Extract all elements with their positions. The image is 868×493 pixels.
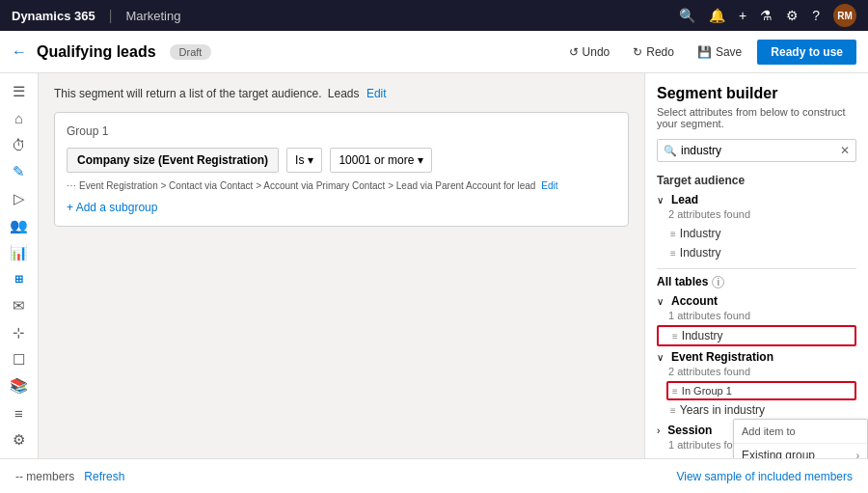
main-container: ☰ ⌂ ⏱ ✎ ▷ 👥 📊 ⊞ ✉ ⊹ ☐ 📚 ≡ ⚙ This segment… — [0, 73, 868, 458]
module-label: Marketing — [125, 9, 180, 23]
chevron-down-icon: ▾ — [418, 153, 423, 167]
years-in-industry-item[interactable]: ≡ Years in industry — [657, 400, 856, 420]
view-sample-link[interactable]: View sample of included members — [676, 470, 853, 483]
popup-title: Add item to — [734, 420, 867, 444]
sidebar-link-icon[interactable]: ⊹ — [4, 322, 35, 343]
sidebar-key-icon[interactable]: ⚙ — [4, 429, 35, 451]
ready-to-use-button[interactable]: Ready to use — [757, 40, 856, 65]
redo-icon: ↻ — [633, 45, 642, 59]
attr-icon: ≡ — [672, 386, 678, 397]
add-subgroup-button[interactable]: + Add a subgroup — [67, 201, 616, 214]
sidebar-home-icon[interactable]: ⌂ — [4, 108, 35, 129]
chevron-right-icon: › — [856, 451, 859, 459]
sidebar-menu-icon[interactable]: ☰ — [4, 81, 35, 102]
context-popup: Add item to Existing group › New subgrou… — [733, 419, 868, 458]
members-count: -- members — [15, 470, 74, 483]
account-found-text: 1 attributes found — [668, 310, 856, 321]
group-box: Group 1 Company size (Event Registration… — [54, 112, 629, 227]
all-tables-label: All tables — [657, 275, 708, 288]
sidebar-contacts-icon[interactable]: 👥 — [4, 215, 35, 236]
path-text: Event Registration > Contact via Contact… — [79, 180, 535, 191]
session-label: Session — [667, 424, 712, 437]
toolbar-actions: ↺ Undo ↻ Redo 💾 Save Ready to use — [561, 40, 856, 65]
condition-attribute: Company size (Event Registration) — [67, 148, 279, 173]
info-entity: Leads — [328, 87, 360, 100]
lead-collapse-icon[interactable]: ∨ — [657, 195, 664, 205]
filter-icon[interactable]: ⚗ — [760, 8, 773, 23]
path-edit-link[interactable]: Edit — [541, 180, 557, 191]
nav-icons: 🔍 🔔 + ⚗ ⚙ ? RM — [679, 4, 856, 27]
bottom-bar: -- members Refresh View sample of includ… — [0, 458, 868, 493]
top-nav: Dynamics 365 | Marketing 🔍 🔔 + ⚗ ⚙ ? RM — [0, 0, 868, 31]
account-industry-item[interactable]: ≡ Industry — [657, 325, 856, 346]
nav-separator: | — [109, 8, 113, 23]
sidebar-book-icon[interactable]: 📚 — [4, 376, 35, 397]
undo-button[interactable]: ↺ Undo — [561, 41, 618, 63]
sidebar-email-icon[interactable]: ✉ — [4, 295, 35, 316]
sidebar-list-icon[interactable]: ≡ — [4, 402, 35, 424]
save-icon: 💾 — [697, 45, 712, 59]
account-section: ∨ Account 1 attributes found ≡ Industry — [657, 294, 856, 346]
session-collapse-icon[interactable]: › — [657, 425, 660, 436]
lead-found-text: 2 attributes found — [668, 208, 856, 220]
sidebar-recent-icon[interactable]: ⏱ — [4, 135, 35, 156]
event-registration-section: ∨ Event Registration 2 attributes found … — [657, 350, 856, 420]
account-collapse-icon[interactable]: ∨ — [657, 296, 664, 307]
avatar[interactable]: RM — [833, 4, 856, 27]
target-audience-label: Target audience — [657, 174, 856, 187]
all-tables-row: All tables i — [657, 275, 856, 288]
path-row: ⋯ Event Registration > Contact via Conta… — [67, 180, 616, 191]
info-icon: i — [712, 276, 724, 288]
condition-operator[interactable]: Is ▾ — [286, 148, 322, 173]
attr-icon: ≡ — [670, 229, 676, 239]
chevron-down-icon: ▾ — [308, 153, 313, 167]
panel-subtitle: Select attributes from below to construc… — [657, 106, 856, 129]
back-button[interactable]: ← — [12, 43, 27, 61]
event-reg-label: Event Registration — [671, 350, 773, 364]
sidebar-edit-icon[interactable]: ✎ — [4, 161, 35, 182]
save-button[interactable]: 💾 Save — [690, 41, 749, 63]
right-panel: Segment builder Select attributes from b… — [644, 73, 868, 458]
sidebar: ☰ ⌂ ⏱ ✎ ▷ 👥 📊 ⊞ ✉ ⊹ ☐ 📚 ≡ ⚙ — [0, 73, 39, 458]
search-input[interactable] — [681, 144, 840, 157]
undo-label: Undo — [583, 45, 610, 59]
group-label: Group 1 — [67, 124, 616, 138]
page-title: Qualifying leads — [37, 43, 156, 61]
existing-group-option[interactable]: Existing group › — [734, 444, 867, 458]
account-label: Account — [671, 294, 718, 308]
search-box[interactable]: 🔍 ✕ — [657, 139, 856, 162]
bell-icon[interactable]: 🔔 — [709, 8, 725, 23]
attr-icon: ≡ — [672, 331, 678, 342]
add-icon[interactable]: + — [739, 8, 746, 23]
clear-icon[interactable]: ✕ — [840, 144, 850, 157]
sidebar-segment-icon[interactable]: ⊞ — [4, 268, 35, 289]
info-text: This segment will return a list of the t… — [54, 87, 629, 100]
content-area: This segment will return a list of the t… — [39, 73, 644, 458]
settings-icon[interactable]: ⚙ — [786, 8, 799, 23]
condition-value[interactable]: 10001 or more ▾ — [330, 148, 432, 173]
save-label: Save — [716, 45, 742, 59]
second-bar: ← Qualifying leads Draft ↺ Undo ↻ Redo 💾… — [0, 31, 868, 73]
lead-industry-item-1[interactable]: ≡ Industry — [657, 224, 856, 243]
event-reg-collapse-icon[interactable]: ∨ — [657, 352, 664, 363]
search-icon[interactable]: 🔍 — [679, 8, 695, 23]
divider-1 — [657, 268, 856, 269]
info-edit-link[interactable]: Edit — [366, 87, 387, 100]
attr-icon: ≡ — [670, 248, 676, 259]
panel-title: Segment builder — [657, 85, 856, 102]
sidebar-chat-icon[interactable]: ☐ — [4, 349, 35, 370]
path-icon: ⋯ — [67, 180, 76, 191]
help-icon[interactable]: ? — [812, 8, 820, 23]
in-group-1-item[interactable]: ≡ In Group 1 — [666, 381, 856, 400]
redo-button[interactable]: ↻ Redo — [625, 41, 682, 63]
sidebar-play-icon[interactable]: ▷ — [4, 188, 35, 209]
undo-icon: ↺ — [569, 45, 579, 59]
sidebar-chart-icon[interactable]: 📊 — [4, 242, 35, 263]
event-reg-found-text: 2 attributes found — [668, 366, 856, 377]
lead-section: ∨ Lead 2 attributes found ≡ Industry ≡ I… — [657, 193, 856, 262]
search-icon: 🔍 — [664, 145, 677, 157]
lead-industry-item-2[interactable]: ≡ Industry — [657, 243, 856, 262]
refresh-link[interactable]: Refresh — [84, 470, 124, 483]
status-badge: Draft — [170, 44, 212, 60]
lead-label: Lead — [671, 193, 698, 206]
